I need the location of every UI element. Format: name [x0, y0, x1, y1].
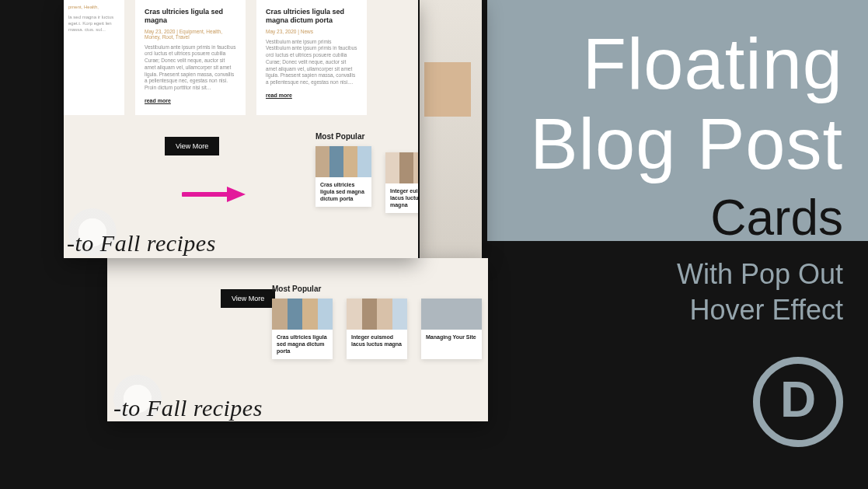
tutorial-hero-banner: Floating Blog Post Cards With Pop Out Ho…: [0, 0, 868, 489]
most-popular-heading: Most Popular: [315, 132, 364, 141]
blog-card-title: Cras ultricies ligula sed magna: [145, 8, 236, 26]
screenshot-panel-bottom: View More Most Popular Cras ultricies li…: [107, 258, 488, 421]
popular-thumbnail: [347, 299, 407, 330]
headline-line-3: Cards: [710, 189, 843, 246]
blog-card-excerpt: Vestibulum ante ipsum primis Vestibulum …: [266, 39, 357, 86]
popular-thumbnail: [421, 299, 482, 330]
blog-card[interactable]: Cras ultricies ligula sed magna dictum p…: [256, 0, 367, 115]
screenshot-panel-side: [420, 0, 482, 258]
blog-card-meta: pment, Health,: [68, 5, 120, 9]
screenshot-panel-top: pment, Health, la sed magna ir luctus eg…: [64, 0, 418, 258]
fall-recipes-heading: -to Fall recipes: [113, 395, 263, 421]
popular-card-title: Managing Your Site: [421, 330, 482, 346]
read-more-link[interactable]: read more: [145, 98, 171, 103]
blog-cards-row: pment, Health, la sed magna ir luctus eg…: [64, 0, 367, 115]
popular-card[interactable]: Cras ultricies ligula sed magna dictum p…: [315, 146, 371, 207]
popular-thumbnail: [272, 299, 333, 330]
svg-marker-1: [227, 187, 246, 202]
popular-card-title: Integer euismod lacus luctus magna: [385, 183, 418, 213]
popular-card[interactable]: Cras ultricies ligula sed magna dictum p…: [272, 299, 333, 359]
blog-card-excerpt: Vestibulum ante ipsum primis in faucibus…: [145, 44, 236, 92]
annotation-arrow-icon: [182, 187, 246, 202]
subheadline-line-1: With Pop Out: [677, 258, 843, 291]
view-more-button[interactable]: View More: [221, 289, 275, 308]
blog-card-meta: May 23, 2020 | Equipment, Health, Money,…: [145, 29, 236, 40]
popular-thumbnail: [315, 146, 371, 177]
popular-cards-row: Cras ultricies ligula sed magna dictum p…: [272, 299, 482, 359]
popular-card[interactable]: Integer euismod lacus luctus magna: [385, 152, 418, 213]
read-more-link[interactable]: read more: [266, 93, 292, 98]
popular-cards-row: Cras ultricies ligula sed magna dictum p…: [315, 146, 418, 207]
blog-card-title: Cras ultricies ligula sed magna dictum p…: [266, 8, 357, 26]
blog-card-excerpt: la sed magna ir luctus eget.t. Korp eget…: [68, 14, 120, 33]
blog-card-cropped: pment, Health, la sed magna ir luctus eg…: [64, 0, 124, 115]
blog-card[interactable]: Cras ultricies ligula sed magna May 23, …: [135, 0, 246, 115]
divi-logo-icon: D: [753, 357, 843, 447]
view-more-button[interactable]: View More: [165, 137, 219, 155]
cropped-thumbnail: [424, 62, 471, 117]
most-popular-heading: Most Popular: [272, 285, 321, 293]
fall-recipes-heading: -to Fall recipes: [67, 230, 216, 257]
popular-thumbnail: [385, 152, 418, 183]
popular-card[interactable]: Managing Your Site: [421, 299, 482, 359]
subheadline-line-2: Hover Effect: [690, 294, 843, 327]
popular-card[interactable]: Integer euismod lacus luctus magna: [347, 299, 407, 359]
popular-card-title: Cras ultricies ligula sed magna dictum p…: [272, 330, 333, 359]
popular-card-title: Cras ultricies ligula sed magna dictum p…: [315, 177, 371, 207]
headline-line-1: Floating: [583, 23, 843, 105]
popular-card-title: Integer euismod lacus luctus magna: [347, 330, 407, 353]
headline-line-2: Blog Post: [530, 103, 843, 185]
divi-logo-letter: D: [780, 371, 816, 428]
blog-card-meta: May 23, 2020 | News: [266, 29, 357, 34]
